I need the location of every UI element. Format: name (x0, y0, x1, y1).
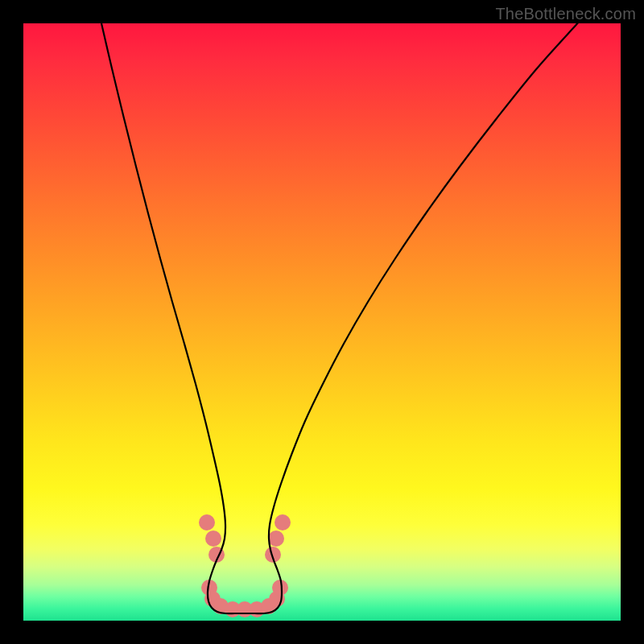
pink-band-dot (199, 514, 215, 530)
left-curve (101, 23, 245, 613)
pink-band-dot (268, 530, 284, 547)
pink-band (199, 514, 291, 617)
pink-band-dot (205, 530, 221, 547)
chart-frame: TheBottleneck.com (0, 0, 644, 644)
right-curve (245, 23, 621, 613)
pink-band-dot (275, 514, 291, 530)
chart-svg (23, 23, 621, 621)
plot-area (23, 23, 621, 621)
pink-band-dot (272, 580, 288, 596)
watermark-text: TheBottleneck.com (495, 5, 636, 23)
